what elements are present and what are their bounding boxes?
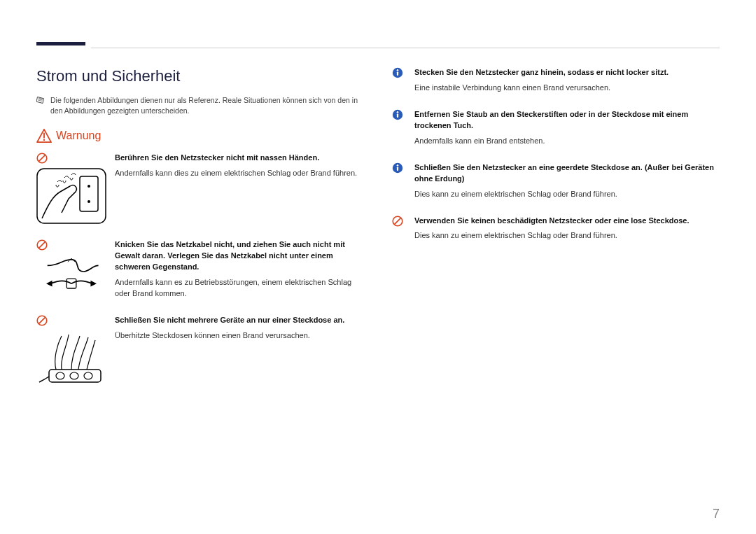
item-text: Berühren Sie den Netzstecker nicht mit n… (115, 153, 364, 224)
svg-line-27 (395, 218, 401, 224)
wet-hands-plug-illustration (36, 168, 106, 224)
item-bold-text: Stecken Sie den Netzstecker ganz hinein,… (414, 67, 720, 78)
svg-point-6 (88, 185, 90, 188)
item-icon-col (392, 162, 406, 200)
item-bold-text: Entfernen Sie Staub an den Steckerstifte… (414, 109, 720, 132)
item-bold-text: Schließen Sie den Netzstecker an eine ge… (414, 162, 720, 185)
reference-note-text: Die folgenden Abbildungen dienen nur als… (50, 95, 364, 116)
item-icon-col (392, 109, 406, 147)
reference-note-row: Die folgenden Abbildungen dienen nur als… (36, 95, 364, 116)
bent-cable-illustration (36, 255, 106, 297)
svg-point-14 (56, 372, 64, 379)
safety-item: Stecken Sie den Netzstecker ganz hinein,… (392, 67, 720, 94)
item-body-text: Überhitzte Steckdosen können einen Brand… (115, 330, 364, 342)
item-body-text: Andernfalls kann ein Brand entstehen. (414, 136, 720, 147)
safety-item: Schließen Sie nicht mehrere Geräte an nu… (36, 315, 364, 386)
warning-triangle-icon (36, 129, 52, 143)
svg-rect-5 (80, 176, 98, 211)
section-title: Strom und Sicherheit (36, 67, 364, 85)
warning-label: Warnung (56, 129, 101, 142)
overloaded-outlet-illustration (36, 330, 106, 386)
svg-rect-24 (397, 167, 398, 171)
warning-heading: Warnung (36, 129, 364, 143)
page-number: 7 (713, 507, 720, 521)
item-text: Stecken Sie den Netzstecker ganz hinein,… (414, 67, 720, 94)
prohibit-icon (36, 153, 48, 164)
item-text: Schließen Sie nicht mehrere Geräte an nu… (115, 315, 364, 386)
safety-item: Berühren Sie den Netzstecker nicht mit n… (36, 153, 364, 224)
svg-line-9 (39, 242, 46, 248)
content-area: Strom und Sicherheit Die folgenden Abbil… (36, 67, 720, 402)
svg-point-22 (397, 111, 399, 113)
right-column: Stecken Sie den Netzstecker ganz hinein,… (392, 67, 720, 402)
item-text: Entfernen Sie Staub an den Steckerstifte… (414, 109, 720, 147)
item-bold-text: Verwenden Sie keinen beschädigten Netzst… (414, 216, 720, 227)
prohibit-icon (36, 315, 48, 326)
svg-line-12 (39, 318, 46, 324)
item-body-text: Eine instabile Verbindung kann einen Bra… (414, 83, 720, 94)
item-icon-col (36, 153, 106, 224)
info-icon (392, 67, 403, 78)
safety-item: Schließen Sie den Netzstecker an eine ge… (392, 162, 720, 200)
item-body-text: Andernfalls kann dies zu einem elektrisc… (115, 168, 364, 179)
item-text: Schließen Sie den Netzstecker an eine ge… (414, 162, 720, 200)
header-accent-bar (36, 42, 85, 45)
item-body-text: Dies kann zu einem elektrischen Schlag o… (414, 189, 720, 200)
item-body-text: Dies kann zu einem elektrischen Schlag o… (414, 230, 720, 241)
svg-rect-13 (49, 370, 101, 382)
svg-rect-21 (397, 113, 398, 118)
prohibit-icon (392, 216, 403, 227)
info-icon (392, 162, 403, 174)
info-icon (392, 109, 403, 120)
item-text: Verwenden Sie keinen beschädigten Netzst… (414, 216, 720, 242)
svg-point-16 (84, 372, 92, 379)
svg-line-3 (39, 155, 46, 162)
safety-item: Knicken Sie das Netzkabel nicht, und zie… (36, 239, 364, 300)
item-bold-text: Knicken Sie das Netzkabel nicht, und zie… (115, 239, 364, 273)
left-column: Strom und Sicherheit Die folgenden Abbil… (36, 67, 364, 402)
svg-rect-18 (397, 71, 398, 76)
safety-item: Verwenden Sie keinen beschädigten Netzst… (392, 216, 720, 242)
item-text: Knicken Sie das Netzkabel nicht, und zie… (115, 239, 364, 300)
header-rule (91, 48, 720, 48)
svg-point-15 (70, 372, 78, 379)
prohibit-icon (36, 239, 48, 251)
svg-point-7 (88, 200, 90, 203)
note-icon (36, 96, 45, 106)
item-bold-text: Berühren Sie den Netzstecker nicht mit n… (115, 153, 364, 164)
item-icon-col (36, 315, 106, 386)
item-bold-text: Schließen Sie nicht mehrere Geräte an nu… (115, 315, 364, 326)
svg-point-1 (43, 139, 45, 141)
item-icon-col (36, 239, 106, 300)
item-icon-col (392, 67, 406, 94)
svg-point-25 (397, 164, 399, 167)
item-body-text: Andernfalls kann es zu Betriebsstörungen… (115, 277, 364, 300)
item-icon-col (392, 216, 406, 242)
svg-point-19 (397, 69, 399, 71)
safety-item: Entfernen Sie Staub an den Steckerstifte… (392, 109, 720, 147)
